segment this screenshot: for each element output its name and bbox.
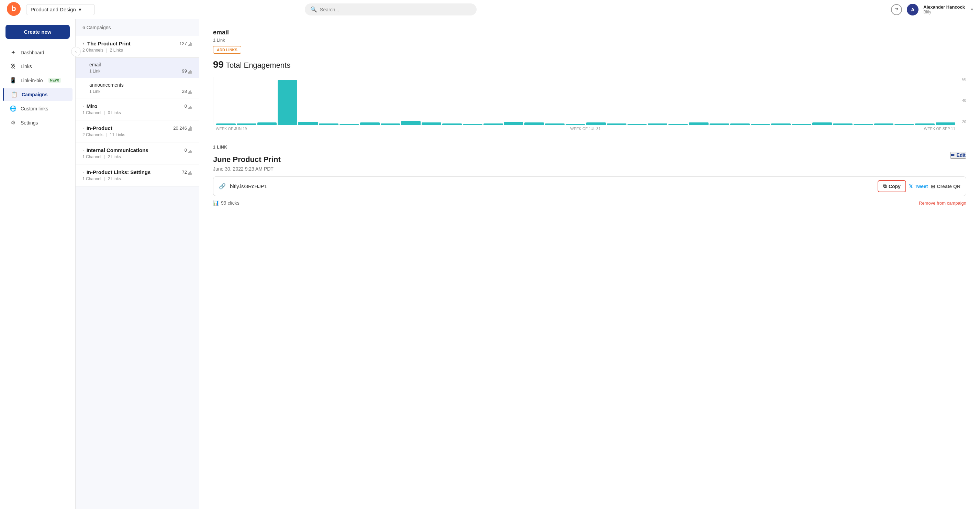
chart-bar bbox=[894, 124, 914, 125]
links-icon: ⛓ bbox=[10, 63, 16, 69]
chart-y-label: 40 bbox=[962, 98, 966, 102]
create-qr-button[interactable]: ⊞ Create QR bbox=[931, 183, 961, 189]
campaign-meta: 1 Channel | 2 Links bbox=[83, 155, 192, 159]
tweet-button[interactable]: 𝕏 Tweet bbox=[909, 183, 928, 189]
dashboard-icon: ✦ bbox=[10, 49, 16, 56]
sidebar-item-links[interactable]: ⛓ Links bbox=[3, 60, 73, 73]
chart-bar bbox=[258, 123, 277, 125]
chart-bar bbox=[381, 123, 400, 125]
chart-bar bbox=[854, 124, 873, 125]
chart-x-labels: WEEK OF JUN 19 WEEK OF JUL 31 WEEK OF SE… bbox=[213, 125, 958, 131]
logo[interactable]: b bbox=[7, 2, 21, 17]
chart-bar bbox=[545, 123, 565, 125]
campaign-item-in-product[interactable]: › In-Product 20,246 2 Channels | 11 Link… bbox=[76, 120, 199, 142]
search-input[interactable] bbox=[320, 7, 471, 13]
campaign-item-miro[interactable]: › Miro 0 1 Channel | 0 Links bbox=[76, 98, 199, 120]
channel-name: announcements bbox=[89, 82, 192, 88]
add-links-button[interactable]: ADD LINKS bbox=[213, 46, 241, 54]
campaign-name: In-Product bbox=[87, 125, 112, 131]
sidebar-nav: ✦ Dashboard ⛓ Links 📱 Link-in-bio NEW! 📋… bbox=[0, 46, 75, 130]
chart-bar bbox=[484, 123, 503, 125]
main-layout: Create new ‹ ✦ Dashboard ⛓ Links 📱 Link-… bbox=[0, 19, 980, 509]
channel-meta: 1 Link 99 bbox=[89, 69, 192, 73]
sidebar-item-link-in-bio[interactable]: 📱 Link-in-bio NEW! bbox=[3, 73, 73, 87]
sidebar-item-label: Campaigns bbox=[22, 92, 48, 97]
bars-chart-icon bbox=[188, 104, 192, 109]
user-company: Bitly bbox=[923, 10, 965, 14]
campaign-selector-label: Product and Design bbox=[30, 6, 76, 13]
help-button[interactable]: ? bbox=[891, 4, 902, 15]
user-info: Alexander Hancock Bitly bbox=[923, 5, 965, 14]
chart-bar bbox=[566, 124, 585, 125]
topbar-right: ? A Alexander Hancock Bitly ▾ bbox=[891, 4, 973, 16]
channel-count: 99 bbox=[182, 69, 192, 73]
campaign-list-header: 6 Campaigns bbox=[76, 19, 199, 36]
chart-bar bbox=[792, 124, 811, 125]
campaign-list: 6 Campaigns ▾ The Product Print 127 2 Ch… bbox=[76, 19, 199, 509]
chart-y-label: 20 bbox=[962, 120, 966, 124]
chevron-right-icon: › bbox=[83, 170, 84, 174]
channel-item-announcements[interactable]: announcements 1 Link 28 bbox=[76, 78, 199, 98]
sidebar-collapse-toggle[interactable]: ‹ bbox=[71, 47, 81, 56]
link-url-row: 🔗 bitly.is/3RcHJP1 ⧉ Copy 𝕏 Tweet ⊞ Crea… bbox=[213, 176, 966, 196]
sidebar-item-campaigns[interactable]: 📋 Campaigns bbox=[3, 88, 73, 101]
sidebar-item-settings[interactable]: ⚙ Settings bbox=[3, 116, 73, 129]
campaign-name: In-Product Links: Settings bbox=[87, 169, 151, 175]
chart-bar bbox=[771, 123, 791, 125]
chart-bar bbox=[216, 123, 236, 125]
sidebar: Create new ‹ ✦ Dashboard ⛓ Links 📱 Link-… bbox=[0, 19, 76, 509]
campaign-selector[interactable]: Product and Design ▾ bbox=[26, 4, 95, 15]
link-clicks: 📊 99 clicks bbox=[213, 200, 240, 206]
bars-chart-icon bbox=[188, 41, 192, 46]
chart-bar bbox=[668, 124, 688, 125]
chart-bar bbox=[648, 123, 667, 125]
chart-container: WEEK OF JUN 19 WEEK OF JUL 31 WEEK OF SE… bbox=[213, 77, 966, 131]
sidebar-item-dashboard[interactable]: ✦ Dashboard bbox=[3, 46, 73, 59]
user-chevron-icon[interactable]: ▾ bbox=[971, 7, 973, 12]
detail-panel: email 1 Link ADD LINKS 99 Total Engageme… bbox=[199, 19, 980, 509]
bars-chart-icon bbox=[188, 69, 192, 73]
link-card-title: June Product Print bbox=[213, 155, 966, 164]
chart-bar bbox=[710, 123, 729, 125]
link-icon: 🔗 bbox=[219, 183, 226, 190]
bars-chart-icon bbox=[188, 126, 192, 131]
sidebar-item-label: Link-in-bio bbox=[21, 78, 43, 83]
campaign-name: Miro bbox=[87, 103, 98, 109]
chart-bar bbox=[586, 123, 606, 125]
campaign-item-internal-comms[interactable]: › Internal Communications 0 1 Channel | … bbox=[76, 142, 199, 164]
channel-meta: 1 Link 28 bbox=[89, 89, 192, 94]
total-engagements: 99 Total Engagements bbox=[213, 59, 966, 70]
chart-bar bbox=[689, 123, 708, 125]
search-icon: 🔍 bbox=[310, 6, 317, 13]
chevron-right-icon: › bbox=[83, 126, 84, 130]
chart-bar bbox=[607, 123, 627, 125]
chevron-right-icon: › bbox=[83, 148, 84, 152]
copy-button[interactable]: ⧉ Copy bbox=[878, 180, 906, 192]
campaign-meta: 2 Channels | 2 Links bbox=[83, 48, 192, 53]
sidebar-item-custom-links[interactable]: 🌐 Custom links bbox=[3, 102, 73, 115]
campaign-count: 0 bbox=[185, 148, 192, 153]
campaign-item-in-product-settings[interactable]: › In-Product Links: Settings 72 1 Channe… bbox=[76, 164, 199, 187]
chart-bar bbox=[237, 123, 256, 125]
clicks-icon: 📊 bbox=[213, 200, 219, 206]
campaign-item-product-print[interactable]: ▾ The Product Print 127 2 Channels | 2 L… bbox=[76, 36, 199, 58]
channel-item-email[interactable]: email 1 Link 99 bbox=[76, 58, 199, 78]
chevron-down-icon: ▾ bbox=[79, 6, 81, 13]
link-stats-row: 📊 99 clicks Remove from campaign bbox=[213, 200, 966, 206]
search-bar: 🔍 bbox=[305, 3, 477, 16]
campaigns-icon: 📋 bbox=[11, 91, 18, 98]
campaign-count: 0 bbox=[185, 104, 192, 109]
chart-bar bbox=[935, 123, 955, 125]
campaign-meta: 2 Channels | 11 Links bbox=[83, 132, 192, 137]
chart-bar bbox=[812, 123, 832, 125]
detail-channel-title: email bbox=[213, 29, 966, 36]
content-area: 6 Campaigns ▾ The Product Print 127 2 Ch… bbox=[76, 19, 980, 509]
create-new-button[interactable]: Create new bbox=[5, 25, 70, 39]
campaign-count: 72 bbox=[182, 169, 192, 175]
chart-bar bbox=[463, 124, 482, 125]
topbar: b Product and Design ▾ 🔍 ? A Alexander H… bbox=[0, 0, 980, 19]
chart-bar bbox=[833, 123, 853, 125]
edit-button[interactable]: ✏ Edit bbox=[950, 152, 966, 158]
remove-from-campaign-button[interactable]: Remove from campaign bbox=[919, 201, 966, 206]
chart-area bbox=[213, 77, 958, 125]
